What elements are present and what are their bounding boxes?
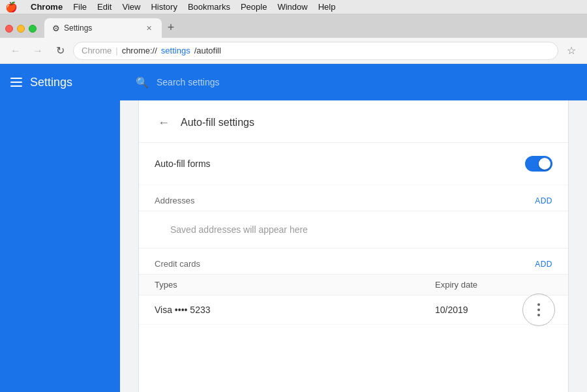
reload-button[interactable]: ↻ — [51, 42, 69, 60]
title-bar: 🍎 Chrome File Edit View History Bookmark… — [0, 0, 587, 14]
menu-bar: Chrome File Edit View History Bookmarks … — [25, 2, 340, 12]
col-types-header: Types — [155, 280, 435, 290]
sidebar-spacer — [0, 64, 120, 392]
autofill-forms-row: Auto-fill forms — [139, 143, 568, 185]
card-expiry: 10/2019 — [435, 305, 513, 315]
menu-file[interactable]: File — [68, 2, 92, 12]
settings-content: ← Auto-fill settings Auto-fill forms Add… — [138, 64, 569, 392]
dot-1 — [537, 303, 540, 306]
traffic-lights — [5, 25, 37, 33]
url-bold: settings — [161, 46, 190, 55]
card-row: Visa •••• 5233 10/2019 — [139, 295, 568, 325]
menu-bookmarks[interactable]: Bookmarks — [183, 2, 235, 12]
menu-view[interactable]: View — [117, 2, 145, 12]
back-nav-button[interactable]: ← — [7, 42, 25, 60]
cards-table-header: Types Expiry date — [139, 275, 568, 295]
forward-nav-button[interactable]: → — [29, 42, 47, 60]
dots-inner — [537, 303, 540, 316]
menu-chrome[interactable]: Chrome — [25, 2, 68, 12]
credit-cards-section-header: Credit cards ADD — [139, 249, 568, 275]
sidebar-header: Settings — [0, 64, 120, 100]
add-card-button[interactable]: ADD — [535, 260, 552, 269]
address-bar[interactable]: Chrome | chrome://settings/autofill — [73, 42, 558, 60]
toggle-track — [525, 156, 552, 172]
hamburger-line-2 — [10, 82, 22, 83]
credit-cards-label: Credit cards — [155, 259, 535, 269]
settings-main: ← Auto-fill settings Auto-fill forms Add… — [120, 64, 587, 392]
back-button[interactable]: ← — [155, 113, 173, 132]
hamburger-menu[interactable] — [10, 78, 22, 87]
settings-wrapper: Settings 🔍 Search settings ← Auto-fill s… — [0, 64, 587, 392]
menu-edit[interactable]: Edit — [92, 2, 117, 12]
search-input[interactable]: Search settings — [157, 77, 220, 87]
menu-help[interactable]: Help — [313, 2, 341, 12]
menu-window[interactable]: Window — [272, 2, 312, 12]
page-title: Auto-fill settings — [181, 117, 254, 128]
hamburger-line-1 — [10, 78, 22, 79]
maximize-button[interactable] — [29, 25, 37, 33]
settings-tab-label: Settings — [64, 23, 92, 33]
toggle-thumb — [539, 158, 550, 170]
menu-people[interactable]: People — [235, 2, 272, 12]
search-bar-wrapper: 🔍 Search settings — [120, 64, 587, 100]
dot-2 — [537, 309, 540, 311]
bookmark-button[interactable]: ☆ — [562, 42, 580, 60]
addresses-section-header: Addresses ADD — [139, 185, 568, 211]
dot-3 — [537, 314, 540, 316]
addresses-empty-message: Saved addresses will appear here — [139, 211, 568, 249]
add-address-button[interactable]: ADD — [535, 196, 552, 205]
settings-sidebar: Settings — [0, 64, 120, 100]
settings-top-row: Settings 🔍 Search settings — [0, 64, 587, 100]
close-button[interactable] — [5, 25, 13, 33]
new-tab-button[interactable]: + — [162, 18, 180, 37]
tab-bar: ⚙ Settings ✕ + — [0, 14, 587, 38]
search-icon: 🔍 — [136, 76, 149, 89]
nav-bar: ← → ↻ Chrome | chrome://settings/autofil… — [0, 38, 587, 64]
hamburger-line-3 — [10, 85, 22, 87]
menu-history[interactable]: History — [145, 2, 182, 12]
addresses-label: Addresses — [155, 196, 535, 205]
autofill-forms-toggle[interactable] — [525, 156, 552, 172]
url-suffix: /autofill — [194, 46, 221, 55]
card-name: Visa •••• 5233 — [155, 305, 435, 315]
settings-tab[interactable]: ⚙ Settings ✕ — [44, 18, 162, 38]
minimize-button[interactable] — [17, 25, 25, 33]
card-options-button[interactable] — [522, 294, 555, 326]
tab-close-button[interactable]: ✕ — [143, 23, 154, 33]
autofill-forms-label: Auto-fill forms — [155, 158, 525, 169]
col-expiry-header: Expiry date — [435, 280, 513, 290]
sidebar-title: Settings — [30, 76, 72, 89]
page-header: ← Auto-fill settings — [139, 100, 568, 143]
apple-icon: 🍎 — [5, 1, 18, 13]
separator: | — [115, 46, 117, 55]
url-prefix: chrome:// — [122, 46, 157, 55]
chrome-label: Chrome — [82, 46, 112, 55]
settings-tab-icon: ⚙ — [52, 23, 60, 33]
